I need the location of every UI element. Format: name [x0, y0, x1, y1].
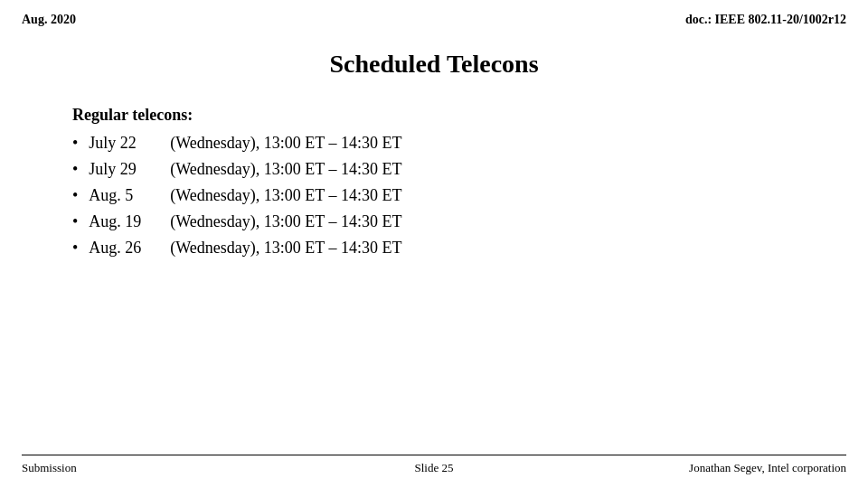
telecon-date: Aug. 19 [89, 212, 170, 231]
telecon-date: Aug. 5 [89, 186, 170, 205]
content-area: Regular telecons: •July 22(Wednesday), 1… [72, 106, 868, 258]
list-item: •Aug. 26(Wednesday), 13:00 ET – 14:30 ET [72, 239, 868, 258]
header-right-label: doc.: IEEE 802.11-20/1002r12 [685, 13, 846, 27]
bullet-icon: • [72, 160, 78, 179]
list-item: •Aug. 5(Wednesday), 13:00 ET – 14:30 ET [72, 186, 868, 205]
footer-left: Submission [22, 461, 77, 475]
bullet-icon: • [72, 186, 78, 205]
telecon-date: July 29 [89, 160, 170, 179]
bullet-icon: • [72, 134, 78, 153]
telecon-description: (Wednesday), 13:00 ET – 14:30 ET [170, 160, 868, 179]
list-item: •July 22(Wednesday), 13:00 ET – 14:30 ET [72, 134, 868, 153]
page-title: Scheduled Telecons [0, 50, 868, 79]
list-item: •Aug. 19(Wednesday), 13:00 ET – 14:30 ET [72, 212, 868, 231]
footer-divider [22, 455, 846, 455]
telecon-date: July 22 [89, 134, 170, 153]
bullet-icon: • [72, 212, 78, 231]
header-left-label: Aug. 2020 [22, 13, 76, 27]
regular-telecons-label: Regular telecons: [72, 106, 868, 125]
list-item: •July 29(Wednesday), 13:00 ET – 14:30 ET [72, 160, 868, 179]
footer-center: Slide 25 [415, 461, 454, 475]
telecon-description: (Wednesday), 13:00 ET – 14:30 ET [170, 212, 868, 231]
footer-right: Jonathan Segev, Intel corporation [689, 461, 846, 475]
telecon-date: Aug. 26 [89, 239, 170, 258]
bullet-icon: • [72, 239, 78, 258]
telecon-description: (Wednesday), 13:00 ET – 14:30 ET [170, 239, 868, 258]
telecon-description: (Wednesday), 13:00 ET – 14:30 ET [170, 186, 868, 205]
telecon-description: (Wednesday), 13:00 ET – 14:30 ET [170, 134, 868, 153]
telecon-list: •July 22(Wednesday), 13:00 ET – 14:30 ET… [72, 134, 868, 258]
